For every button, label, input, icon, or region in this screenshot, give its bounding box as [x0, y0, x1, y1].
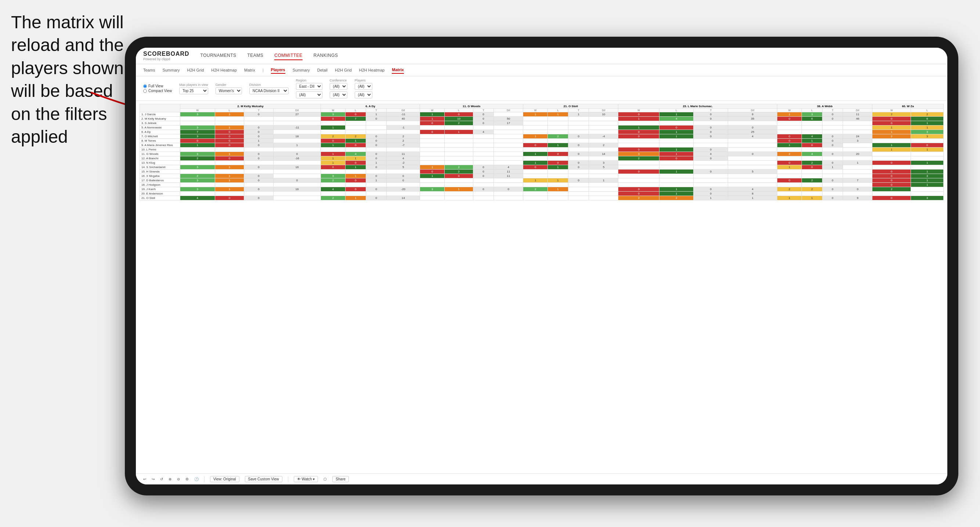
matrix-cell: 1: [911, 125, 943, 130]
matrix-cell: [872, 152, 911, 156]
matrix-cell: 2: [180, 156, 215, 161]
zoom-in-btn[interactable]: ⊕: [169, 477, 172, 481]
division-select[interactable]: NCAA Division II NCAA Division I NCAA Di…: [249, 87, 289, 94]
conference-all-select[interactable]: (All): [330, 91, 347, 98]
matrix-cell: 1: [777, 196, 802, 200]
matrix-cell: [523, 148, 548, 152]
matrix-cell: 14: [387, 196, 420, 200]
players-all-select[interactable]: (All): [355, 91, 372, 98]
matrix-cell: 1: [321, 156, 345, 161]
clock-btn[interactable]: 🕐: [194, 477, 199, 481]
matrix-cell: [568, 121, 589, 125]
subnav-detail[interactable]: Detail: [317, 67, 328, 73]
matrix-cell: [728, 139, 777, 143]
gender-select[interactable]: Women's Men's: [216, 87, 242, 94]
matrix-cell: 3: [180, 152, 215, 156]
matrix-cell: 3: [180, 134, 215, 139]
matrix-cell: [494, 196, 523, 200]
matrix-cell: 0: [244, 112, 274, 117]
subnav-summary[interactable]: Summary: [162, 67, 180, 73]
matrix-cell: 1: [273, 143, 321, 148]
watch-btn[interactable]: 👁 Watch ▾: [294, 476, 318, 482]
region-filter: Region East - DII (All) (All): [296, 79, 322, 98]
matrix-cell: [494, 152, 523, 156]
matrix-cell: -11: [387, 112, 420, 117]
matrix-cell: 4: [728, 134, 777, 139]
matrix-cell: [548, 196, 568, 200]
matrix-cell: [345, 183, 366, 187]
matrix-cell: 0: [345, 178, 366, 183]
matrix-cell: 0: [618, 134, 659, 139]
share-icon[interactable]: ⬡: [323, 477, 327, 481]
matrix-cell: 1: [694, 196, 728, 200]
matrix-cell: [473, 178, 493, 183]
matrix-cell: [473, 139, 493, 143]
matrix-cell: [568, 156, 589, 161]
matrix-cell: [366, 183, 387, 187]
view-original-btn[interactable]: View: Original: [210, 476, 239, 482]
matrix-cell: [494, 161, 523, 165]
undo-btn[interactable]: ↩: [143, 477, 146, 481]
zoom-out-btn[interactable]: ⊖: [177, 477, 180, 481]
matrix-cell: 2: [777, 152, 802, 156]
matrix-cell: 11: [387, 152, 420, 156]
matrix-content[interactable]: 2. M Kelly Mulcahy 6. A Dy 11. G Woods 2…: [136, 101, 947, 473]
matrix-cell: [321, 130, 345, 134]
player-name-cell: 5. A Nomrowski: [140, 125, 180, 130]
matrix-cell: 0: [872, 196, 911, 200]
nav-rankings[interactable]: RANKINGS: [313, 51, 338, 60]
matrix-cell: [589, 174, 618, 178]
matrix-cell: 1: [618, 117, 659, 121]
matrix-cell: [321, 183, 345, 187]
matrix-cell: [387, 192, 420, 196]
nav-committee[interactable]: COMMITTEE: [274, 51, 302, 60]
matrix-cell: [694, 121, 728, 125]
region-label: Region: [296, 79, 322, 82]
subnav-matrix[interactable]: Matrix: [244, 67, 255, 73]
matrix-cell: [728, 165, 777, 170]
matrix-cell: 0: [777, 161, 802, 165]
subnav-teams[interactable]: Teams: [143, 67, 155, 73]
matrix-cell: [387, 121, 420, 125]
subnav-h2hheatmap2[interactable]: H2H Heatmap: [359, 67, 385, 73]
subnav-h2hgrid[interactable]: H2H Grid: [187, 67, 204, 73]
matrix-cell: [843, 170, 872, 174]
max-players-select[interactable]: Top 25 Top 50 All: [179, 87, 208, 94]
share-btn[interactable]: Share: [332, 476, 349, 482]
nav-teams[interactable]: TEAMS: [248, 51, 264, 60]
matrix-cell: 0: [777, 134, 802, 139]
full-view-radio[interactable]: Full View: [143, 84, 172, 88]
table-row: 13. N Klug101-21003020101: [140, 161, 943, 165]
region-all-select[interactable]: (All): [296, 91, 322, 98]
matrix-cell: [618, 161, 659, 165]
compact-view-radio[interactable]: Compact View: [143, 89, 172, 93]
matrix-cell: 4: [728, 187, 777, 192]
matrix-cell: [694, 178, 728, 183]
matrix-cell: 16: [273, 165, 321, 170]
subnav-h2hheatmap[interactable]: H2H Heatmap: [211, 67, 237, 73]
matrix-cell: [494, 112, 523, 117]
conference-select[interactable]: (All): [330, 83, 347, 90]
matrix-cell: [215, 192, 244, 196]
nav-tournaments[interactable]: TOURNAMENTS: [200, 51, 237, 60]
matrix-cell: 17: [494, 121, 523, 125]
subnav-players[interactable]: Players: [271, 67, 285, 74]
subnav-matrix2[interactable]: Matrix: [392, 67, 404, 74]
matrix-cell: [273, 117, 321, 121]
players-select[interactable]: (All): [355, 83, 372, 90]
subnav-h2hgrid2[interactable]: H2H Grid: [335, 67, 352, 73]
region-select[interactable]: East - DII (All): [296, 83, 322, 90]
matrix-cell: [777, 121, 802, 125]
redo-btn[interactable]: ↪: [152, 477, 154, 481]
matrix-cell: 0: [728, 125, 777, 130]
matrix-cell: [843, 148, 872, 152]
matrix-cell: 0: [822, 152, 843, 156]
matrix-cell: [911, 139, 943, 143]
matrix-cell: 1: [215, 165, 244, 170]
matrix-cell: [420, 139, 445, 143]
save-custom-btn[interactable]: Save Custom View: [245, 476, 282, 482]
subnav-summary2[interactable]: Summary: [293, 67, 310, 73]
sub-w3: W: [420, 109, 445, 112]
settings-btn[interactable]: ⚙: [185, 477, 189, 481]
reset-btn[interactable]: ↺: [160, 477, 163, 481]
